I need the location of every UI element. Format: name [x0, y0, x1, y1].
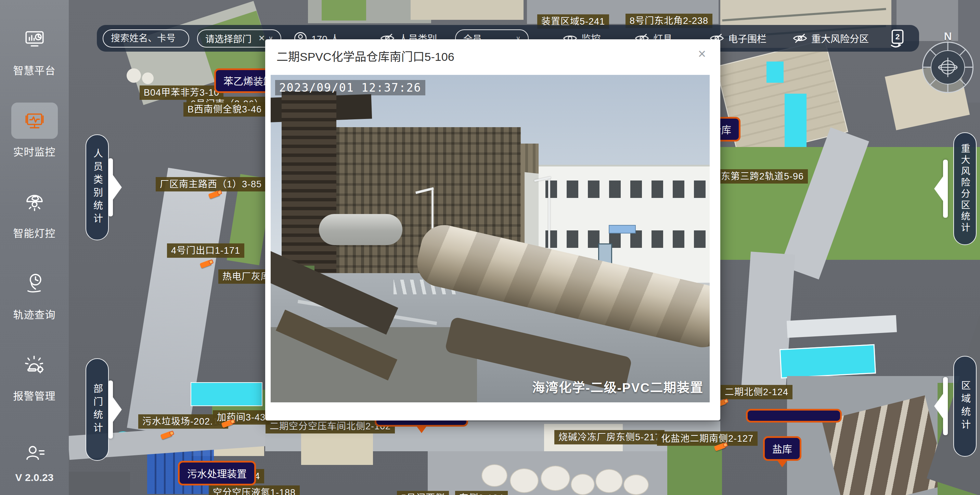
map-tank — [482, 464, 508, 487]
tab-expand-arrow-icon[interactable] — [113, 175, 122, 200]
sidebar-item-label: 智能灯控 — [13, 225, 56, 240]
tab-label: 人员类别统计 — [90, 148, 104, 226]
map-label[interactable]: 烧碱冷冻厂房东侧5-217 — [554, 430, 665, 444]
tab-expand-arrow-icon[interactable] — [113, 397, 122, 422]
map-callout[interactable]: 污水处理装置 — [178, 461, 256, 485]
sidebar-item-smart-light[interactable]: 智能灯控 — [11, 184, 58, 240]
tab-arrow-handle[interactable] — [108, 381, 113, 439]
globe-gyro-icon — [937, 57, 958, 78]
camera-timestamp: 2023/09/01 12:37:26 — [275, 80, 426, 95]
cf-window-row — [546, 181, 706, 198]
tab-label: 部门统计 — [90, 384, 104, 436]
compass-center — [931, 50, 965, 84]
screen-count: 2 — [896, 32, 900, 41]
map-tank — [541, 466, 570, 491]
track-query-icon — [23, 272, 46, 295]
clear-icon[interactable]: ✕ — [258, 33, 265, 43]
tab-arrow-handle[interactable] — [108, 158, 113, 216]
toggle-efence-label: 电子围栏 — [728, 32, 767, 45]
map-label[interactable]: 空分空压液氮1-188 — [209, 485, 300, 495]
callout-pointer — [416, 425, 427, 433]
tab-risk-zone-stats[interactable]: 重大风险分区统计 — [953, 132, 977, 245]
sidebar-item-user-profile[interactable] — [11, 436, 58, 472]
map-label[interactable]: 东第三跨2轨道5-96 — [717, 169, 808, 184]
map-tank — [595, 469, 623, 493]
cf-horizontal-vessel — [319, 214, 402, 245]
tab-label: 重大风险分区统计 — [958, 144, 972, 234]
close-icon[interactable]: × — [698, 47, 706, 60]
sidebar-item-label: 轨迹查询 — [13, 306, 56, 321]
map-tank — [510, 468, 539, 493]
map-tank — [142, 73, 154, 84]
sidebar-item-label: 实时监控 — [13, 144, 56, 159]
map-grass — [321, 0, 366, 21]
camera-feed-image: 2023/09/01 12:37:26 海湾化学-二级-PVC二期装置 — [270, 75, 710, 402]
screen-switch-button[interactable]: 2 — [887, 29, 907, 48]
cf-steel-tower — [282, 91, 336, 281]
tab-department-stats[interactable]: 部门统计 — [86, 358, 109, 461]
compass[interactable] — [922, 42, 974, 93]
map-label[interactable]: B西南侧全貌3-46 — [183, 102, 266, 117]
callout-pointer — [777, 460, 788, 467]
user-profile-icon — [23, 443, 46, 465]
sidebar-item-label: 报警管理 — [13, 388, 56, 403]
toggle-risk-zone-label: 重大风险分区 — [811, 32, 869, 45]
realtime-monitor-icon — [23, 109, 46, 132]
map-label[interactable]: 加药间3-43 — [213, 410, 270, 425]
map-building — [301, 433, 373, 465]
camera-watermark: 海湾化学-二级-PVC二期装置 — [532, 378, 703, 396]
sidebar-item-realtime-monitor[interactable]: 实时监控 — [11, 103, 58, 159]
map-callout[interactable] — [746, 409, 842, 422]
app-version: V 2.0.23 — [15, 472, 54, 483]
map-tank — [624, 474, 649, 495]
cf-canopy — [609, 225, 636, 233]
camera-modal: 二期SPVC化学品仓库南门口5-106 × — [265, 39, 720, 420]
map-tank — [571, 474, 595, 495]
map-pool — [191, 382, 262, 406]
sidebar: 智慧平台 实时监控 智能灯控 — [0, 0, 69, 495]
tab-arrow-handle[interactable] — [943, 160, 948, 218]
map-tank — [127, 68, 141, 83]
map-callout[interactable]: 盐库 — [763, 436, 801, 461]
map-label[interactable]: 化盐池二期南侧2-127 — [657, 432, 757, 446]
tab-expand-arrow-icon[interactable] — [934, 394, 943, 419]
map-pool — [784, 94, 807, 150]
map-pool — [780, 344, 876, 378]
toggle-risk-zone[interactable]: 重大风险分区 — [793, 32, 869, 45]
sidebar-item-smart-platform[interactable]: 智慧平台 — [11, 21, 58, 77]
alarm-manage-icon — [23, 354, 46, 376]
search-pill[interactable] — [103, 29, 189, 48]
tab-area-stats[interactable]: 区域统计 — [953, 356, 977, 457]
map-label[interactable]: 厂区南主路西（1）3-85 — [156, 177, 266, 192]
map-label[interactable]: 东侧2-134 — [455, 491, 508, 495]
sidebar-item-track-query[interactable]: 轨迹查询 — [11, 265, 58, 321]
tab-expand-arrow-icon[interactable] — [934, 176, 943, 201]
map-label[interactable]: 5号门西侧 — [397, 491, 449, 495]
sidebar-item-label: 智慧平台 — [13, 62, 56, 77]
department-select-value: 请选择部门 — [205, 32, 251, 45]
search-input[interactable] — [111, 33, 181, 44]
map-label[interactable]: 二期北侧2-124 — [721, 385, 792, 399]
camera-modal-title: 二期SPVC化学品仓库南门口5-106 — [277, 48, 454, 64]
compass-north-label: N — [922, 30, 974, 43]
app-root: B04甲苯非芳3-106号门南（3-96）B西南侧全貌3-46厂区南主路西（1）… — [0, 0, 980, 495]
map-label[interactable]: 4号门出口1-171 — [167, 243, 244, 258]
smart-light-icon — [23, 191, 46, 213]
map-terrain — [68, 472, 130, 495]
tab-person-category-stats[interactable]: 人员类别统计 — [86, 134, 109, 240]
sidebar-item-alarm-manage[interactable]: 报警管理 — [11, 347, 58, 403]
tab-arrow-handle[interactable] — [943, 377, 948, 435]
dashboard-monitor-icon — [23, 28, 46, 51]
eye-off-icon — [793, 33, 807, 43]
map-terrain — [787, 315, 897, 338]
map-terrain — [410, 0, 523, 20]
tab-label: 区域统计 — [958, 381, 972, 432]
map-pool — [767, 62, 784, 83]
